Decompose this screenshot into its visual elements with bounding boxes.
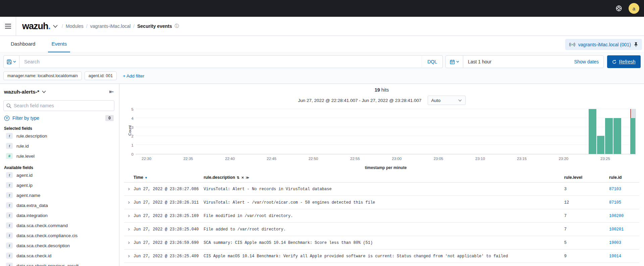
cell-rule-description: File modified in /var/root directory. (204, 214, 564, 218)
histogram-bar[interactable] (597, 136, 605, 154)
field-item-agent.name[interactable]: tagent.name (3, 190, 114, 200)
filter-pill[interactable]: manager.name: localhost.localdomain (3, 71, 82, 80)
breadcrumb: /Modules/vagrants-iMac.local/Security ev… (62, 23, 179, 29)
time-range-value[interactable]: Last 1 hour (463, 59, 574, 64)
field-search-box (3, 100, 114, 111)
refresh-button[interactable]: Refresh (607, 55, 641, 68)
available-fields-label: Available fields (3, 165, 114, 170)
field-item-rule.level[interactable]: #rule.level (3, 151, 114, 161)
column-header-time[interactable]: Time▼ (133, 175, 204, 180)
cell-rule-id-link[interactable]: 100200 (609, 214, 624, 218)
field-name: agent.id (16, 173, 33, 178)
breadcrumb-item[interactable]: Modules (66, 23, 84, 29)
cell-rule-id-link[interactable]: 100201 (609, 227, 624, 232)
chevron-down-icon (13, 61, 16, 63)
field-type-badge: t (6, 172, 13, 178)
field-search-input[interactable] (14, 103, 111, 108)
field-item-data.sca.check.description[interactable]: tdata.sca.check.description (3, 241, 114, 251)
histogram-bar[interactable] (630, 118, 635, 154)
cell-time: Jun 27, 2022 @ 23:26:59.690 (133, 241, 204, 245)
show-dates-button[interactable]: Show dates (574, 59, 603, 64)
selected-fields-label: Selected fields (3, 126, 114, 131)
histogram-bar[interactable] (605, 118, 613, 154)
expand-row-icon[interactable]: › (127, 213, 130, 219)
query-filter-band: DQL Last 1 hour Show dates (0, 53, 644, 84)
help-buoy-icon[interactable] (615, 5, 623, 12)
collapse-sidebar-icon[interactable]: ⇤ (109, 89, 114, 95)
column-header-rule-description[interactable]: rule.description⇅✕≫ (204, 175, 564, 180)
field-type-badge: t (6, 253, 13, 259)
global-topbar: a (0, 0, 644, 17)
histogram-bar[interactable] (589, 109, 596, 154)
chart-time-range: Jun 27, 2022 @ 22:28:41.007 - Jun 27, 20… (298, 98, 421, 103)
field-name: data.sca.check.description (16, 243, 70, 248)
cell-rule-id-link[interactable]: 19003 (609, 241, 621, 245)
x-axis-tick-label: 22:35 (183, 157, 193, 161)
field-item-agent.id[interactable]: tagent.id (3, 170, 114, 180)
table-body: ›Jun 27, 2022 @ 23:28:27.086VirusTotal: … (124, 182, 639, 263)
cell-time: Jun 27, 2022 @ 23:28:26.311 (133, 200, 204, 205)
column-header-rule-level[interactable]: rule.level (564, 175, 609, 180)
tab-events[interactable]: Events (48, 36, 70, 52)
field-item-data.sca.check.previous_result[interactable]: tdata.sca.check.previous_result (3, 261, 114, 266)
wazuh-logo[interactable]: wazuh. (16, 21, 60, 32)
field-name: data.integration (16, 213, 48, 218)
field-type-badge: t (6, 202, 13, 208)
avatar[interactable]: a (629, 3, 639, 14)
sort-desc-icon[interactable]: ▼ (145, 176, 148, 179)
filter-pill[interactable]: agent.id: 001 (85, 71, 117, 80)
histogram-bar[interactable] (613, 118, 621, 154)
search-input[interactable] (19, 59, 422, 64)
x-axis-tick-label: 22:55 (350, 157, 360, 161)
x-axis-tick-label: 22:45 (267, 157, 276, 161)
hits-count: 19 hits (124, 87, 639, 93)
expand-row-icon[interactable]: › (127, 226, 130, 232)
field-name: agent.name (16, 193, 40, 198)
y-axis-tick-label: 0 (125, 152, 133, 156)
tab-dashboard[interactable]: Dashboard (7, 36, 39, 52)
agent-selector-badge[interactable]: vagrants-iMac.local (001) (565, 39, 642, 50)
x-axis-labels: 22:3022:3522:4022:4522:5022:5523:0023:05… (136, 157, 636, 162)
column-header-rule-id[interactable]: rule.id (609, 175, 639, 180)
query-language-button[interactable]: DQL (422, 56, 442, 68)
chevron-down-icon[interactable] (42, 91, 46, 93)
cell-time: Jun 27, 2022 @ 23:28:27.086 (133, 187, 204, 192)
cell-rule-description: VirusTotal: Alert - No records in VirusT… (204, 187, 564, 192)
breadcrumb-item[interactable]: vagrants-iMac.local (90, 23, 131, 29)
index-pattern-name[interactable]: wazuh-alerts-* (4, 89, 39, 95)
histogram-chart: Count 012345 22:3022:3522:4022:4522:5022… (136, 109, 636, 170)
cell-rule-id-link[interactable]: 87105 (609, 200, 621, 205)
expand-row-icon[interactable]: › (127, 199, 130, 206)
saved-query-menu-button[interactable] (3, 55, 19, 68)
cell-rule-id-link[interactable]: 19014 (609, 254, 621, 259)
expand-row-icon[interactable]: › (127, 240, 130, 246)
field-item-data.sca.check.compliance.cis[interactable]: tdata.sca.check.compliance.cis (3, 230, 114, 241)
search-icon (6, 103, 11, 108)
field-item-rule.description[interactable]: trule.description (3, 131, 114, 141)
x-axis-tick-label: 23:25 (600, 157, 610, 161)
pin-icon[interactable] (634, 42, 638, 47)
cell-rule-id-link[interactable]: 87103 (609, 187, 621, 192)
expand-row-icon[interactable]: › (127, 186, 130, 192)
filter-by-type[interactable]: Filter by type 0 (3, 114, 114, 122)
add-filter-button[interactable]: + Add filter (123, 73, 144, 78)
expand-row-icon[interactable]: › (127, 253, 130, 259)
field-type-badge: t (6, 212, 13, 218)
histogram-plot[interactable]: 012345 (136, 109, 636, 154)
table-row: ›Jun 27, 2022 @ 23:28:25.169File modifie… (124, 209, 639, 223)
cell-time: Jun 27, 2022 @ 23:28:25.169 (133, 214, 204, 218)
menu-hamburger-icon[interactable] (0, 17, 16, 36)
field-item-data.sca.check.id[interactable]: tdata.sca.check.id (3, 251, 114, 261)
date-quick-menu-button[interactable] (446, 56, 463, 68)
gridline (136, 109, 636, 109)
field-item-data.integration[interactable]: tdata.integration (3, 210, 114, 220)
field-item-data.sca.check.command[interactable]: tdata.sca.check.command (3, 220, 114, 230)
info-icon[interactable]: ⓘ (175, 23, 179, 29)
date-picker: Last 1 hour Show dates (445, 55, 604, 68)
sort-both-icon: ⇅ (237, 176, 239, 179)
field-item-rule.id[interactable]: trule.id (3, 141, 114, 151)
field-item-data.extra_data[interactable]: tdata.extra_data (3, 200, 114, 210)
discover-content: wazuh-alerts-* ⇤ Filter by type 0 Select… (0, 84, 644, 266)
interval-select[interactable]: Auto (428, 96, 466, 105)
field-item-agent.ip[interactable]: tagent.ip (3, 180, 114, 190)
